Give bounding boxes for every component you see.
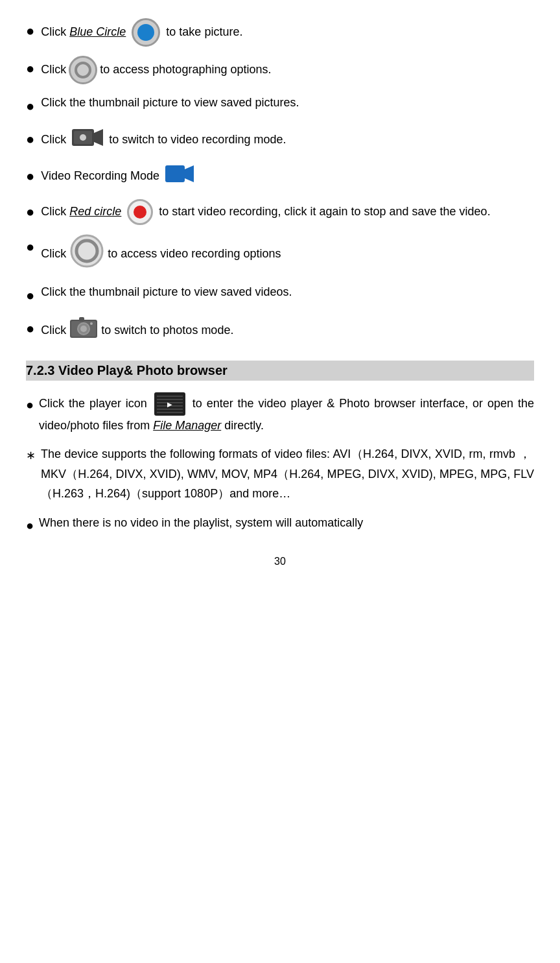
bullet-text: When there is no video in the playlist, … (39, 513, 534, 533)
bullet-dot: ● (26, 317, 34, 340)
bullet-dot: ● (26, 165, 34, 187)
svg-point-3 (80, 134, 86, 141)
bullet-thumbnail-photo: ● Click the thumbnail picture to view sa… (26, 93, 534, 117)
blue-circle-link: Blue Circle (69, 25, 126, 38)
bullet-video-switch: ● Click to switch to video recording mod… (26, 126, 534, 154)
bullet-content: Click Blue Circle to take picture. (41, 18, 534, 47)
camera-switch-icon (70, 316, 97, 345)
bullet-dot: ● (26, 514, 34, 536)
svg-marker-5 (185, 165, 194, 182)
bullet-content: Video Recording Mode (41, 163, 534, 190)
svg-point-13 (90, 322, 93, 325)
page-number-text: 30 (274, 556, 286, 567)
section-heading-7-2-3: 7.2.3 Video Play& Photo browser (26, 361, 534, 381)
bullet-dot: ● (26, 19, 34, 42)
bullet-player-icon: ● Click the player icon to enter the vid… (26, 392, 534, 436)
page-number: 30 (26, 556, 534, 567)
bullet-dot: ● (26, 95, 34, 117)
formats-item: ∗ The device supports the following form… (26, 444, 534, 504)
bullet-video-mode: ● Video Recording Mode (26, 163, 534, 190)
blue-circle-icon (132, 18, 160, 47)
bullet-dot: ● (26, 284, 34, 307)
svg-marker-1 (94, 129, 103, 146)
video-mode-icon (165, 163, 194, 190)
asterisk-symbol: ∗ (26, 446, 36, 466)
bullet-content: Click to switch to video recording mode. (41, 126, 534, 154)
bullet-video-options: ● Click to access video recording option… (26, 234, 534, 274)
bullet-dot: ● (26, 394, 34, 416)
svg-rect-12 (79, 317, 84, 322)
bullet-content: Click to access photographing options. (41, 56, 534, 84)
player-icon (154, 392, 185, 416)
big-gray-circle-icon (70, 234, 104, 274)
file-manager-link: File Manager (153, 419, 221, 432)
bullet-blue-circle: ● Click Blue Circle to take picture. (26, 18, 534, 47)
bullet-dot: ● (26, 235, 34, 258)
gray-circle-icon (69, 56, 97, 84)
bullet-text: Click the thumbnail picture to view save… (41, 93, 534, 112)
bullet-thumbnail-video: ● Click the thumbnail picture to view sa… (26, 283, 534, 307)
red-circle-icon (127, 199, 153, 225)
formats-text: The device supports the following format… (41, 444, 534, 504)
svg-rect-4 (165, 165, 185, 182)
red-circle-link: Red circle (69, 205, 121, 218)
bullet-dot: ● (26, 57, 34, 80)
video-cam-icon (72, 126, 103, 154)
bullet-photo-options: ● Click to access photographing options. (26, 56, 534, 84)
bullet-content: Click Red circle to start video recordin… (41, 199, 534, 225)
bullet-text: Click the thumbnail picture to view save… (41, 283, 534, 302)
section-title: 7.2.3 Video Play& Photo browser (26, 363, 228, 377)
bullet-content: Click to switch to photos mode. (41, 316, 534, 345)
bullet-dot: ● (26, 128, 34, 150)
svg-point-11 (80, 326, 87, 332)
bullet-content: Click the player icon to enter the video… (39, 392, 534, 436)
bullet-no-video: ● When there is no video in the playlist… (26, 513, 534, 536)
bullet-content: Click to access video recording options (41, 234, 534, 274)
bullet-photos-mode: ● Click to switch to photos mode. (26, 316, 534, 345)
bullet-red-circle: ● Click Red circle to start video record… (26, 199, 534, 225)
bullet-dot: ● (26, 200, 34, 223)
